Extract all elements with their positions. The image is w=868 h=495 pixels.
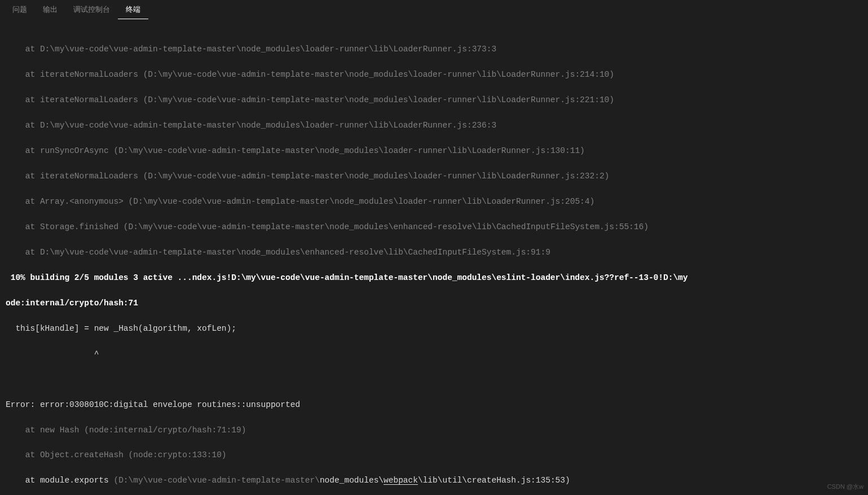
stack-line: at Storage.finished (D:\my\vue-code\vue-… — [6, 221, 862, 233]
blank-line — [6, 373, 862, 386]
stack-line: at D:\my\vue-code\vue-admin-template-mas… — [6, 119, 862, 132]
caret-line: ^ — [6, 348, 862, 360]
stack-line: at iterateNormalLoaders (D:\my\vue-code\… — [6, 68, 862, 81]
watermark: CSDN @水w — [827, 482, 863, 492]
stack-line: at iterateNormalLoaders (D:\my\vue-code\… — [6, 94, 862, 106]
stack-line: at Object.createHash (node:crypto:133:10… — [6, 449, 862, 461]
stack-line: at iterateNormalLoaders (D:\my\vue-code\… — [6, 170, 862, 182]
stack-line: at runSyncOrAsync (D:\my\vue-code\vue-ad… — [6, 144, 862, 157]
code-line: this[kHandle] = new _Hash(algorithm, xof… — [6, 322, 862, 335]
stack-line: at D:\my\vue-code\vue-admin-template-mas… — [6, 43, 862, 55]
error-heading: Error: error:0308010C:digital envelope r… — [6, 398, 862, 411]
build-progress: ode:internal/crypto/hash:71 — [6, 297, 862, 309]
stack-line: at module.exports (D:\my\vue-code\vue-ad… — [6, 474, 862, 487]
build-progress: 10% building 2/5 modules 3 active ...nde… — [6, 271, 862, 284]
tab-problems[interactable]: 问题 — [5, 1, 35, 19]
stack-line: at new Hash (node:internal/crypto/hash:7… — [6, 424, 862, 436]
panel-tab-bar: 问题 输出 调试控制台 终端 — [0, 0, 868, 20]
tab-terminal[interactable]: 终端 — [118, 1, 148, 19]
tab-debug-console[interactable]: 调试控制台 — [65, 1, 118, 19]
terminal-output[interactable]: at D:\my\vue-code\vue-admin-template-mas… — [0, 20, 868, 495]
stack-line: at Array.<anonymous> (D:\my\vue-code\vue… — [6, 195, 862, 208]
stack-line: at D:\my\vue-code\vue-admin-template-mas… — [6, 246, 862, 259]
tab-output[interactable]: 输出 — [35, 1, 65, 19]
